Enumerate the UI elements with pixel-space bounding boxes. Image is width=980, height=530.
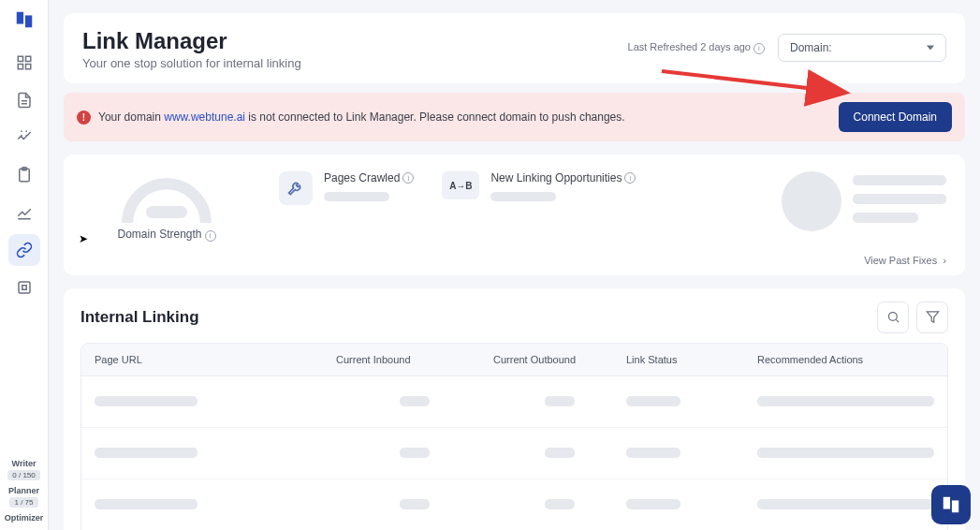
table-row — [81, 479, 947, 531]
nav-link-manager[interactable] — [8, 234, 40, 266]
nav-documents[interactable] — [8, 84, 40, 116]
planner-count: 1 / 75 — [9, 497, 37, 508]
internal-linking-card: Internal Linking Page URL Current Inboun… — [64, 288, 965, 531]
new-linking-skeleton — [490, 192, 556, 201]
floating-help-button[interactable] — [931, 485, 971, 524]
search-button[interactable] — [877, 302, 909, 333]
new-linking-info-icon[interactable]: i — [624, 172, 636, 184]
new-linking-block: A→B New Linking Opportunitiesi — [442, 171, 636, 201]
alert-domain-link[interactable]: www.webtune.ai — [164, 110, 245, 124]
svg-rect-4 — [18, 65, 22, 69]
col-outbound: Current Outbound — [493, 354, 626, 365]
summary-skeleton-block — [782, 171, 946, 231]
col-page-url: Page URL — [95, 354, 336, 365]
table-header-row: Page URL Current Inbound Current Outboun… — [81, 344, 947, 376]
nav-settings[interactable] — [8, 272, 40, 303]
refresh-info-icon[interactable]: i — [753, 43, 765, 54]
connect-domain-button[interactable]: Connect Domain — [839, 102, 952, 132]
stats-panel: Domain Strengthi Pages Crawledi A→B New … — [64, 155, 965, 275]
pages-crawled-info-icon[interactable]: i — [402, 172, 414, 184]
col-status: Link Status — [626, 354, 757, 365]
wrench-icon — [279, 171, 313, 205]
table-title: Internal Linking — [80, 308, 199, 327]
col-inbound: Current Inbound — [336, 354, 493, 365]
sidebar: Writer 0 / 150 Planner 1 / 75 Optimizer — [0, 0, 49, 530]
svg-rect-11 — [22, 286, 26, 290]
circle-skeleton — [782, 171, 841, 231]
svg-rect-3 — [25, 56, 30, 61]
page-title: Link Manager — [82, 28, 301, 54]
domain-select[interactable]: Domain: — [778, 34, 946, 62]
svg-rect-2 — [18, 56, 22, 61]
writer-label: Writer — [0, 459, 48, 468]
nav-magic[interactable] — [8, 122, 40, 154]
domain-strength-block: Domain Strengthi — [82, 171, 251, 242]
nav-clipboard[interactable] — [8, 159, 40, 191]
writer-count: 0 / 150 — [7, 470, 39, 480]
domain-strength-info-icon[interactable]: i — [205, 230, 216, 242]
svg-rect-17 — [943, 497, 950, 509]
svg-marker-14 — [927, 312, 939, 322]
table-row — [81, 376, 947, 428]
alert-error-icon: ! — [77, 110, 91, 125]
svg-rect-5 — [25, 65, 30, 69]
sidebar-usage: Writer 0 / 150 Planner 1 / 75 Optimizer — [0, 453, 48, 530]
optimizer-label: Optimizer — [0, 513, 48, 523]
page-subtitle: Your one stop solution for internal link… — [82, 56, 301, 70]
app-logo — [14, 9, 35, 30]
domain-strength-label: Domain Strengthi — [117, 228, 215, 242]
svg-rect-1 — [24, 15, 31, 27]
planner-label: Planner — [0, 486, 48, 495]
svg-point-12 — [888, 313, 897, 321]
new-linking-label: New Linking Opportunitiesi — [490, 171, 636, 184]
svg-rect-10 — [19, 282, 30, 293]
nav-analytics[interactable] — [8, 197, 40, 228]
ab-icon: A→B — [442, 171, 479, 199]
connect-alert: ! Your domain www.webtune.ai is not conn… — [64, 93, 965, 141]
svg-rect-18 — [952, 500, 958, 512]
view-past-fixes-link[interactable]: View Past Fixes › — [82, 255, 946, 266]
pages-crawled-label: Pages Crawledi — [324, 171, 414, 184]
main-content: Link Manager Your one stop solution for … — [49, 0, 980, 530]
table-row — [81, 428, 947, 479]
alert-text: Your domain www.webtune.ai is not connec… — [98, 110, 625, 124]
filter-button[interactable] — [916, 302, 948, 333]
last-refreshed-text: Last Refreshed 2 days agoi — [628, 41, 765, 54]
lines-skeleton — [853, 171, 946, 223]
col-recommended: Recommended Actions — [757, 354, 934, 365]
svg-rect-0 — [16, 12, 22, 24]
pages-crawled-skeleton — [324, 192, 389, 201]
svg-line-13 — [896, 319, 899, 322]
pages-crawled-block: Pages Crawledi — [279, 171, 414, 205]
gauge-value-skeleton — [146, 206, 187, 218]
nav-dashboard[interactable] — [8, 47, 40, 79]
linking-table: Page URL Current Inbound Current Outboun… — [80, 343, 948, 531]
page-header: Link Manager Your one stop solution for … — [64, 13, 965, 83]
